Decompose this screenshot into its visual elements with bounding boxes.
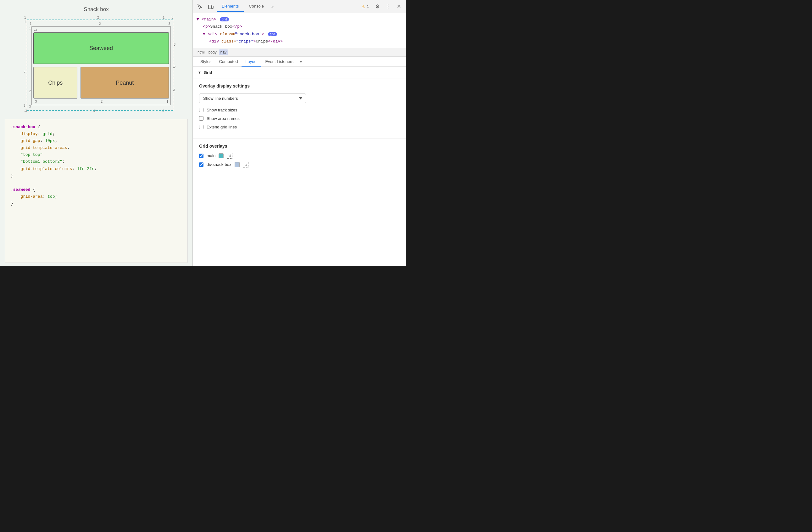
overlay-snackbox-checkbox[interactable] bbox=[199, 163, 203, 167]
inspect-button[interactable] bbox=[195, 2, 205, 11]
sub-tab-computed[interactable]: Computed bbox=[215, 57, 242, 67]
tab-console[interactable]: Console bbox=[244, 1, 269, 12]
overlay-title: Overlay display settings bbox=[199, 83, 400, 88]
svg-rect-0 bbox=[208, 5, 211, 9]
seaweed-cell: Seaweed bbox=[33, 32, 169, 64]
warning-count: 1 bbox=[367, 4, 369, 9]
code-str-bottom: "bottom1 bottom2" bbox=[20, 159, 62, 164]
show-area-names-checkbox[interactable] bbox=[199, 116, 203, 121]
grid-section-arrow: ▼ bbox=[198, 71, 201, 74]
line-numbers-dropdown[interactable]: Show line numbers Show track sizes Show … bbox=[199, 94, 306, 103]
dom-tree: ▼ <main> grid <p>Snack box</p> ▼ <div cl… bbox=[193, 13, 406, 48]
snack-box-title: Snack box bbox=[10, 6, 183, 13]
warning-badge[interactable]: ⚠ 1 bbox=[359, 3, 372, 10]
grid-container-wrapper: 1 2 -1 3 x 1 1 2 3 bbox=[19, 16, 173, 113]
overlay-main-checkbox[interactable] bbox=[199, 154, 203, 158]
device-toolbar-button[interactable] bbox=[206, 2, 215, 11]
outer-row-2: 2 bbox=[24, 71, 26, 74]
inner-col-1: 1 bbox=[30, 22, 32, 26]
show-area-names-label: Show area names bbox=[207, 116, 240, 121]
code-prop-display: display bbox=[20, 131, 38, 136]
tab-more[interactable]: » bbox=[269, 2, 276, 11]
code-str-top: "top top" bbox=[20, 152, 42, 157]
code-val-cols: 1fr 2fr bbox=[77, 167, 95, 171]
overlay-main-label: main bbox=[207, 153, 215, 158]
devtools-toolbar: Elements Console » ⚠ 1 ⚙ ⋮ ✕ bbox=[193, 0, 406, 13]
code-panel: .snack-box { display: grid; grid-gap: 10… bbox=[5, 119, 188, 263]
right-panel: Elements Console » ⚠ 1 ⚙ ⋮ ✕ ▼ <main> gr… bbox=[193, 0, 406, 266]
dropdown-row: Show line numbers Show track sizes Show … bbox=[199, 94, 400, 103]
close-button[interactable]: ✕ bbox=[394, 2, 404, 11]
overlay-snackbox-label: div.snack-box bbox=[207, 162, 231, 167]
devtools-tabs: Elements Console » bbox=[217, 1, 358, 12]
grid-preview: Snack box 1 2 -1 3 x 1 bbox=[0, 0, 192, 116]
snack-row-neg2: -2 bbox=[173, 66, 175, 69]
code-val-gap: 10px bbox=[45, 139, 55, 143]
overlay-main-grid-icon[interactable] bbox=[227, 153, 232, 159]
snack-grid: Seaweed Chips Peanut bbox=[33, 32, 169, 99]
show-track-sizes-row[interactable]: Show track sizes bbox=[199, 108, 400, 112]
show-track-sizes-checkbox[interactable] bbox=[199, 108, 203, 112]
outer-col-3: 3 bbox=[171, 16, 173, 19]
sub-tab-layout[interactable]: Layout bbox=[242, 57, 261, 67]
overlays-title: Grid overlays bbox=[199, 143, 400, 149]
snack-row-neg1: -1 bbox=[173, 88, 175, 92]
outer-col-neg1: -1 bbox=[162, 16, 164, 19]
dom-line-main[interactable]: ▼ <main> grid bbox=[197, 16, 402, 23]
sub-tab-event-listeners[interactable]: Event Listeners bbox=[261, 57, 297, 67]
inner-row-1: 1 bbox=[29, 27, 31, 30]
grid-section-header[interactable]: ▼ Grid bbox=[193, 67, 406, 79]
show-area-names-row[interactable]: Show area names bbox=[199, 116, 400, 121]
settings-button[interactable]: ⚙ bbox=[373, 2, 382, 11]
outer-col-num-1: 1 bbox=[24, 16, 26, 19]
code-selector-snack: .snack-box bbox=[11, 125, 35, 129]
breadcrumb: html body nav bbox=[193, 48, 406, 57]
inner-col-2: 2 bbox=[99, 22, 101, 26]
code-block: .snack-box { display: grid; grid-gap: 10… bbox=[11, 124, 182, 207]
overlay-row-main: main bbox=[199, 153, 400, 159]
svg-rect-1 bbox=[212, 6, 213, 9]
breadcrumb-html[interactable]: html bbox=[196, 50, 206, 55]
grid-section-title: Grid bbox=[204, 70, 212, 75]
extend-grid-lines-row[interactable]: Extend grid lines bbox=[199, 125, 400, 129]
code-val-area: top bbox=[47, 194, 55, 199]
overlay-settings-section: Overlay display settings Show line numbe… bbox=[193, 79, 406, 139]
snack-box-grid-badge: grid bbox=[268, 32, 277, 36]
outer-col-num-2: 2 bbox=[97, 16, 99, 19]
inner-bot-neg2: -2 bbox=[100, 100, 102, 103]
outer-row-3: 3 bbox=[24, 104, 26, 107]
dom-line-p[interactable]: <p>Snack box</p> bbox=[197, 23, 402, 30]
code-selector-seaweed: .seaweed bbox=[11, 187, 30, 192]
outer-row-num-1: 1 bbox=[24, 20, 26, 24]
sub-tab-styles[interactable]: Styles bbox=[197, 57, 215, 67]
snack-col-neg3: -3 bbox=[34, 28, 37, 32]
code-prop-areas: grid-template-areas bbox=[20, 145, 67, 150]
sub-tabs: Styles Computed Layout Event Listeners » bbox=[193, 57, 406, 67]
code-val-grid: grid bbox=[42, 131, 52, 136]
breadcrumb-body[interactable]: body bbox=[207, 50, 218, 55]
overlay-main-color[interactable] bbox=[219, 153, 223, 158]
extend-grid-lines-label: Extend grid lines bbox=[207, 125, 237, 129]
overlay-snackbox-grid-icon[interactable] bbox=[243, 162, 248, 167]
devtools-right-icons: ⚠ 1 ⚙ ⋮ ✕ bbox=[359, 2, 404, 11]
inner-bot-neg1: -1 bbox=[165, 100, 168, 103]
sub-tab-more[interactable]: » bbox=[297, 57, 304, 66]
code-prop-gap: grid-gap bbox=[20, 139, 40, 143]
left-panel: Snack box 1 2 -1 3 x 1 bbox=[0, 0, 193, 266]
code-prop-cols: grid-template-columns bbox=[20, 167, 72, 171]
overlay-snackbox-color[interactable] bbox=[235, 162, 240, 167]
main-grid-badge: grid bbox=[220, 17, 229, 22]
dom-line-chips[interactable]: <div class="chips">Chips</div> bbox=[197, 38, 402, 45]
inner-col-3: 3 bbox=[168, 22, 170, 26]
breadcrumb-nav[interactable]: nav bbox=[219, 50, 228, 55]
inner-bot-neg3: -3 bbox=[34, 100, 37, 103]
snack-row-neg3: -3 bbox=[173, 43, 175, 46]
layout-content: ▼ Grid Overlay display settings Show lin… bbox=[193, 67, 406, 266]
show-track-sizes-label: Show track sizes bbox=[207, 108, 237, 112]
overlay-row-snack-box: div.snack-box bbox=[199, 162, 400, 167]
grid-overlays-section: Grid overlays main div.snack bbox=[193, 139, 406, 176]
more-button[interactable]: ⋮ bbox=[383, 2, 393, 11]
dom-line-snack-div[interactable]: ▼ <div class="snack-box"> grid bbox=[197, 30, 402, 38]
tab-elements[interactable]: Elements bbox=[217, 1, 244, 12]
extend-grid-lines-checkbox[interactable] bbox=[199, 125, 203, 129]
